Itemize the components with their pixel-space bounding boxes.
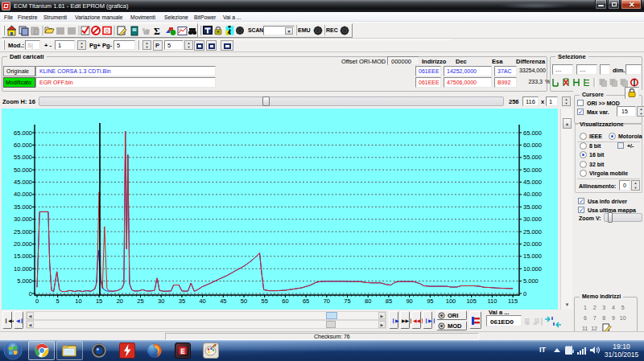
svg-text:65: 65	[303, 297, 309, 305]
svg-text:65.000: 65.000	[14, 129, 32, 137]
svg-text:70: 70	[324, 297, 330, 305]
svg-text:20.000: 20.000	[14, 240, 32, 248]
svg-text:75: 75	[344, 297, 350, 305]
svg-text:80: 80	[365, 297, 371, 305]
svg-text:50.000: 50.000	[14, 166, 32, 174]
svg-text:5: 5	[56, 297, 60, 305]
svg-text:15.000: 15.000	[523, 252, 542, 260]
svg-text:85: 85	[386, 297, 392, 305]
svg-text:15.000: 15.000	[14, 252, 32, 260]
svg-text:30.000: 30.000	[14, 215, 32, 223]
svg-text:15: 15	[96, 297, 102, 305]
svg-text:90: 90	[406, 297, 412, 305]
svg-text:25.000: 25.000	[14, 228, 32, 236]
svg-text:5.000: 5.000	[523, 277, 539, 285]
svg-text:5.000: 5.000	[17, 277, 32, 285]
svg-text:60.000: 60.000	[14, 142, 32, 149]
svg-text:55.000: 55.000	[523, 154, 542, 161]
svg-text:20.000: 20.000	[523, 240, 542, 248]
svg-text:40: 40	[199, 297, 205, 305]
svg-text:0: 0	[29, 290, 32, 297]
svg-text:45.000: 45.000	[523, 178, 542, 186]
svg-text:115: 115	[508, 297, 518, 305]
svg-text:55: 55	[262, 297, 268, 305]
svg-text:55.000: 55.000	[14, 154, 32, 161]
svg-text:45: 45	[220, 297, 226, 305]
svg-text:105: 105	[466, 297, 477, 305]
svg-text:0: 0	[523, 290, 526, 297]
svg-text:25.000: 25.000	[523, 228, 542, 236]
svg-text:35: 35	[179, 297, 185, 305]
svg-text:10: 10	[75, 297, 81, 305]
svg-text:60.000: 60.000	[523, 142, 542, 149]
svg-text:0: 0	[35, 297, 39, 305]
svg-text:35.000: 35.000	[14, 203, 32, 211]
svg-text:Σ: Σ	[154, 26, 160, 37]
svg-text:50: 50	[241, 297, 247, 305]
svg-text:95: 95	[427, 297, 433, 305]
svg-text:35.000: 35.000	[523, 203, 542, 211]
svg-text:30.000: 30.000	[523, 215, 542, 223]
svg-text:30: 30	[158, 297, 164, 305]
svg-text:50.000: 50.000	[523, 166, 542, 174]
svg-text:40.000: 40.000	[523, 191, 542, 198]
svg-text:65.000: 65.000	[523, 129, 542, 137]
svg-text:60: 60	[282, 297, 288, 305]
svg-text:110: 110	[487, 297, 497, 305]
svg-text:40.000: 40.000	[14, 191, 32, 198]
svg-text:10.000: 10.000	[523, 265, 542, 273]
svg-text:20: 20	[117, 297, 123, 305]
svg-text:0: 0	[105, 28, 109, 34]
svg-text:10.000: 10.000	[14, 265, 32, 273]
svg-text:25: 25	[137, 297, 143, 305]
svg-text:45.000: 45.000	[14, 178, 32, 186]
svg-text:100: 100	[446, 297, 456, 305]
